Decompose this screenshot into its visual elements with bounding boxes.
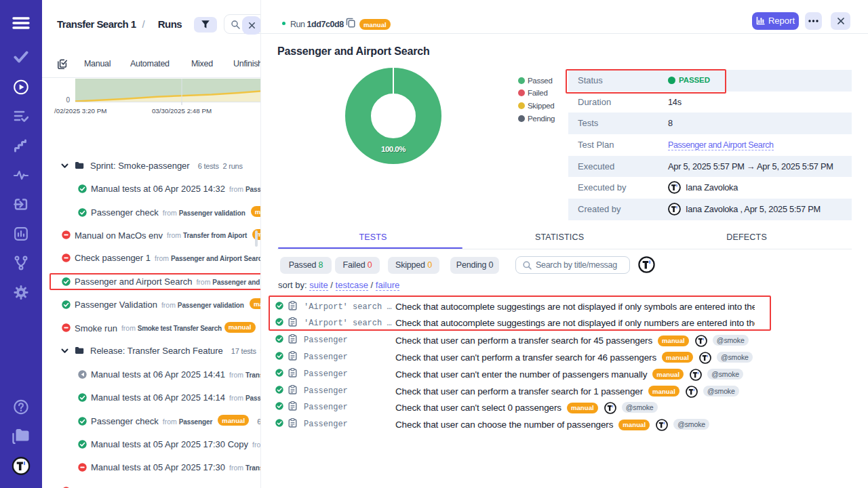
- svg-text:/02/2025 3:20 PM: /02/2025 3:20 PM: [54, 107, 106, 115]
- svg-text:03/30/2025 2:48 PM: 03/30/2025 2:48 PM: [152, 107, 212, 115]
- svg-text:0: 0: [66, 96, 70, 104]
- svg-text:100.0%: 100.0%: [381, 145, 406, 153]
